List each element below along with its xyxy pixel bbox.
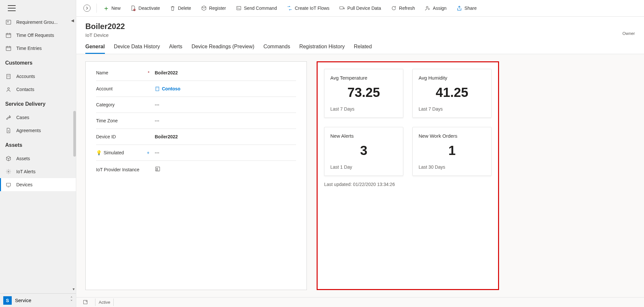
recommended-icon: + (147, 150, 150, 155)
field-label: Device ID (96, 134, 116, 139)
back-button[interactable] (83, 5, 91, 12)
person-icon (5, 86, 12, 93)
cube-icon (201, 5, 207, 11)
form-row-name[interactable]: Name* Boiler2022 (96, 65, 296, 81)
toolbar-label: Refresh (399, 6, 415, 11)
sidebar-item-time-entries[interactable]: Time Entries (0, 42, 76, 55)
svg-rect-9 (340, 7, 343, 9)
lightbulb-icon: 💡 (96, 150, 102, 155)
svg-rect-8 (236, 7, 241, 10)
svg-point-5 (8, 171, 9, 172)
pull-icon (339, 5, 345, 11)
tab-commands[interactable]: Commands (264, 44, 290, 54)
tab-related[interactable]: Related (354, 44, 372, 54)
field-label: Account (96, 86, 113, 91)
tile-title: Avg Temperature (330, 75, 397, 81)
tile-avg-humidity[interactable]: Avg Humidity 41.25 Last 7 Days (412, 69, 492, 118)
refresh-button[interactable]: Refresh (388, 3, 418, 13)
sidebar-item-label: Devices (16, 182, 33, 187)
sidebar-item-label: Accounts (16, 74, 35, 79)
note-icon[interactable] (83, 299, 89, 305)
tile-avg-temperature[interactable]: Avg Temperature 73.25 Last 7 Days (324, 69, 403, 118)
field-label: IoT Provider Instance (96, 167, 139, 172)
chevron-updown-icon[interactable]: ˄˅ (70, 297, 73, 304)
svg-rect-1 (6, 34, 11, 38)
last-updated: Last updated: 01/22/2020 13:34:26 (324, 182, 492, 187)
new-button[interactable]: ＋New (100, 3, 124, 13)
sidebar-item-label: Time Entries (16, 46, 42, 51)
building-icon (155, 86, 160, 91)
sidebar-item-cases[interactable]: Cases (0, 111, 76, 124)
form-row-deviceid[interactable]: Device ID Boiler2022 (96, 129, 296, 145)
field-value (155, 166, 161, 173)
field-value-link[interactable]: Contoso (155, 86, 180, 91)
field-label: Simulated (104, 150, 124, 155)
toolbar-label: Send Command (244, 6, 277, 11)
sidebar-item-label: Time Off Requests (16, 33, 54, 38)
form-row-simulated[interactable]: 💡Simulated+ --- (96, 145, 296, 161)
nav-title-customers: Customers (0, 57, 76, 68)
sidebar-item-label: Requirement Grou... (16, 20, 58, 25)
tab-bar: General Device Data History Alerts Devic… (76, 38, 644, 54)
tab-registration[interactable]: Registration History (299, 44, 345, 54)
tile-footer: Last 1 Day (330, 164, 397, 170)
sidebar-item-devices[interactable]: Devices (0, 178, 76, 191)
svg-point-10 (426, 7, 428, 8)
provider-icon (155, 166, 161, 172)
form-row-provider[interactable]: IoT Provider Instance (96, 161, 296, 178)
pull-data-button[interactable]: Pull Device Data (336, 3, 384, 13)
field-value: Boiler2022 (155, 70, 178, 75)
summary-panel: Avg Temperature 73.25 Last 7 Days Avg Hu… (317, 61, 499, 290)
collapse-arrow-icon[interactable]: ◀ (71, 18, 74, 23)
sidebar-item-time-off[interactable]: Time Off Requests (0, 29, 76, 42)
flow-icon (287, 5, 293, 11)
delete-button[interactable]: Delete (166, 3, 194, 13)
sidebar: ◀ Requirement Grou... Time Off Requests … (0, 0, 76, 307)
sidebar-item-label: IoT Alerts (16, 169, 36, 174)
field-value: --- (155, 150, 159, 155)
sidebar-scrollbar[interactable] (73, 111, 76, 157)
sidebar-item-requirement-groups[interactable]: Requirement Grou... (0, 16, 76, 29)
tile-new-work-orders[interactable]: New Work Orders 1 Last 30 Days (412, 127, 492, 176)
field-label: Category (96, 102, 115, 107)
sidebar-item-assets[interactable]: Assets (0, 152, 76, 165)
tile-footer: Last 7 Days (419, 106, 485, 112)
tile-new-alerts[interactable]: New Alerts 3 Last 1 Day (324, 127, 403, 176)
sidebar-item-accounts[interactable]: Accounts (0, 70, 76, 83)
sidebar-item-iot-alerts[interactable]: IoT Alerts (0, 165, 76, 178)
tile-value: 3 (330, 143, 397, 158)
toolbar-label: Delete (178, 6, 191, 11)
requirement-group-icon (5, 19, 12, 25)
send-command-button[interactable]: Send Command (233, 3, 280, 13)
main-area: ＋New Deactivate Delete Register Send Com… (76, 0, 644, 307)
sidebar-item-contacts[interactable]: Contacts (0, 83, 76, 96)
refresh-icon (391, 5, 397, 11)
tab-alerts[interactable]: Alerts (169, 44, 182, 54)
tab-general[interactable]: General (85, 44, 105, 54)
svg-point-13 (156, 168, 158, 169)
form-row-timezone[interactable]: Time Zone --- (96, 113, 296, 129)
sidebar-item-agreements[interactable]: Agreements (0, 124, 76, 137)
scroll-down-icon[interactable]: ▾ (73, 287, 75, 291)
tab-data-history[interactable]: Device Data History (114, 44, 160, 54)
tab-readings[interactable]: Device Readings (Preview) (192, 44, 254, 54)
tile-footer: Last 30 Days (419, 164, 485, 170)
register-button[interactable]: Register (198, 3, 229, 13)
deactivate-button[interactable]: Deactivate (127, 3, 163, 13)
tile-footer: Last 7 Days (330, 106, 397, 112)
toolbar-label: Pull Device Data (347, 6, 381, 11)
status-value[interactable]: Active (95, 299, 114, 306)
share-button[interactable]: Share (453, 3, 480, 13)
building-icon (5, 73, 12, 80)
app-switcher[interactable]: S Service ˄˅ (0, 293, 76, 307)
create-flows-button[interactable]: Create IoT Flows (283, 3, 333, 13)
deactivate-icon (130, 5, 136, 11)
content-area: Name* Boiler2022 Account Contoso Categor… (76, 54, 644, 297)
hamburger-menu[interactable] (8, 5, 16, 11)
sidebar-item-label: Cases (16, 115, 29, 120)
form-row-category[interactable]: Category --- (96, 97, 296, 113)
app-name: Service (15, 298, 70, 303)
form-row-account[interactable]: Account Contoso (96, 81, 296, 97)
assign-button[interactable]: Assign (422, 3, 450, 13)
svg-rect-6 (7, 183, 11, 186)
